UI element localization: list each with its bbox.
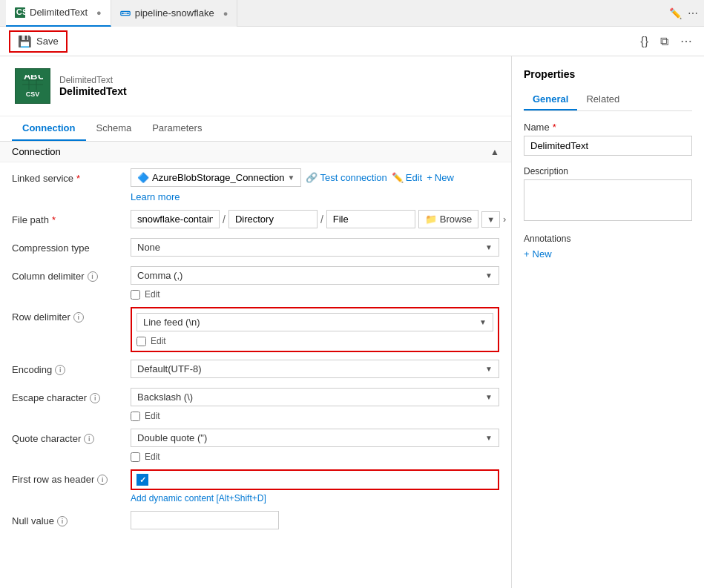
row-delimiter-highlight-box: Line feed (\n) ▼ Edit bbox=[131, 307, 499, 352]
escape-character-select[interactable]: Backslash (\) ▼ bbox=[131, 388, 499, 406]
dataset-header: A B C CSV DelimitedText DelimitedText bbox=[0, 56, 511, 116]
first-row-header-label: First row as header i bbox=[12, 469, 131, 485]
connection-toggle-label: Connection bbox=[12, 146, 61, 157]
new-linked-service-button[interactable]: + New bbox=[427, 172, 454, 183]
save-button[interactable]: 💾 Save bbox=[9, 30, 68, 53]
column-delimiter-label: Column delimiter i bbox=[12, 266, 131, 282]
quote-character-select[interactable]: Double quote (") ▼ bbox=[131, 429, 499, 447]
compression-type-controls: None ▼ bbox=[131, 238, 499, 257]
dynamic-content-link[interactable]: Add dynamic content [Alt+Shift+D] bbox=[131, 493, 499, 503]
encoding-value: Default(UTF-8) bbox=[137, 363, 202, 374]
row-delimiter-edit-row: Edit bbox=[136, 336, 493, 346]
form-body: Linked service * 🔷 AzureBlobStorage_Conn… bbox=[0, 162, 511, 551]
edit-linked-service-button[interactable]: ✏️ Edit bbox=[392, 172, 422, 183]
compression-type-label: Compression type bbox=[12, 238, 131, 254]
quote-character-controls: Double quote (") ▼ Edit bbox=[131, 429, 499, 462]
tab-connection[interactable]: Connection bbox=[12, 116, 86, 141]
escape-character-arrow: ▼ bbox=[485, 393, 493, 401]
escape-character-edit-row: Edit bbox=[131, 411, 499, 421]
dataset-name: DelimitedText bbox=[59, 85, 127, 97]
code-icon-button[interactable]: {} bbox=[637, 32, 651, 51]
null-value-input[interactable] bbox=[131, 511, 279, 529]
csv-icon: A B C CSV bbox=[15, 68, 50, 104]
svg-point-4 bbox=[127, 12, 129, 14]
props-tab-related[interactable]: Related bbox=[577, 89, 628, 110]
quote-character-info-icon: i bbox=[84, 434, 94, 444]
add-annotation-button[interactable]: + New bbox=[524, 248, 552, 260]
first-row-header-info-icon: i bbox=[97, 475, 108, 485]
csv-tab-icon: CSV bbox=[15, 7, 25, 18]
more-icon-button[interactable]: ⋯ bbox=[677, 31, 695, 51]
tab-pipeline[interactable]: pipeline-snowflake ● bbox=[111, 0, 238, 27]
tab-delimitedtext-label: DelimitedText bbox=[30, 7, 88, 18]
properties-title: Properties bbox=[524, 68, 692, 80]
copy-icon-button[interactable]: ⧉ bbox=[657, 32, 671, 51]
section-tabs: Connection Schema Parameters bbox=[0, 116, 511, 142]
test-connection-button[interactable]: 🔗 Test connection bbox=[306, 172, 386, 183]
null-value-info-icon: i bbox=[57, 516, 68, 526]
row-delimiter-edit-checkbox[interactable] bbox=[136, 337, 146, 346]
row-delimiter-controls: Line feed (\n) ▼ Edit bbox=[131, 307, 499, 352]
escape-character-edit-checkbox[interactable] bbox=[131, 412, 140, 421]
props-annotations-field: Annotations + New bbox=[524, 234, 692, 260]
toolbar-right: {} ⧉ ⋯ bbox=[637, 31, 695, 51]
file-path-label: File path * bbox=[12, 210, 131, 225]
browse-button[interactable]: 📁 Browse bbox=[418, 210, 478, 228]
column-delimiter-edit-checkbox[interactable] bbox=[131, 290, 140, 300]
linked-service-select[interactable]: 🔷 AzureBlobStorage_Connection ▼ bbox=[131, 168, 301, 187]
row-delimiter-edit-label: Edit bbox=[151, 336, 166, 346]
test-connection-icon: 🔗 bbox=[306, 172, 318, 183]
left-panel: A B C CSV DelimitedText DelimitedText Co… bbox=[0, 56, 511, 588]
null-value-controls bbox=[131, 511, 499, 529]
connection-chevron-icon: ▲ bbox=[490, 147, 499, 157]
svg-text:CSV: CSV bbox=[16, 7, 25, 16]
file-path-directory-input[interactable] bbox=[228, 210, 318, 228]
file-path-controls: / / 📁 Browse ▼ › bbox=[131, 210, 506, 228]
row-delimiter-select[interactable]: Line feed (\n) ▼ bbox=[136, 313, 493, 331]
right-panel: Properties General Related Name * Descri… bbox=[511, 56, 704, 588]
plus-annotation-icon: + bbox=[524, 248, 530, 260]
encoding-select[interactable]: Default(UTF-8) ▼ bbox=[131, 360, 499, 378]
edit-icon[interactable]: ✏️ bbox=[669, 7, 682, 19]
props-name-input[interactable] bbox=[524, 136, 692, 156]
column-delimiter-value: Comma (,) bbox=[137, 270, 182, 281]
tab-delimitedtext[interactable]: CSV DelimitedText ● bbox=[6, 0, 111, 27]
svg-point-3 bbox=[122, 12, 124, 14]
first-row-header-checkbox[interactable] bbox=[136, 474, 148, 486]
column-delimiter-row: Column delimiter i Comma (,) ▼ Edit bbox=[12, 266, 499, 300]
encoding-row: Encoding i Default(UTF-8) ▼ bbox=[12, 360, 499, 380]
column-delimiter-select[interactable]: Comma (,) ▼ bbox=[131, 266, 499, 285]
more-options-icon[interactable]: ⋯ bbox=[688, 7, 698, 19]
escape-character-edit-label: Edit bbox=[145, 411, 160, 421]
row-delimiter-label: Row delimiter i bbox=[12, 307, 131, 323]
save-icon: 💾 bbox=[18, 35, 32, 48]
escape-character-value: Backslash (\) bbox=[137, 392, 193, 403]
tab-parameters[interactable]: Parameters bbox=[142, 116, 212, 141]
browse-more-icon[interactable]: › bbox=[503, 214, 506, 225]
quote-character-edit-label: Edit bbox=[145, 452, 160, 462]
quote-character-edit-checkbox[interactable] bbox=[131, 452, 140, 462]
path-separator-1: / bbox=[223, 214, 226, 225]
connection-section-toggle[interactable]: Connection ▲ bbox=[0, 142, 511, 162]
tab-pipeline-close[interactable]: ● bbox=[223, 9, 228, 18]
escape-character-row: Escape character i Backslash (\) ▼ Edit bbox=[12, 388, 499, 421]
row-delimiter-info-icon: i bbox=[73, 312, 84, 323]
tab-delimitedtext-close[interactable]: ● bbox=[96, 8, 102, 17]
dataset-info: DelimitedText DelimitedText bbox=[59, 75, 127, 97]
save-label: Save bbox=[36, 36, 59, 47]
tab-schema[interactable]: Schema bbox=[86, 116, 142, 141]
learn-more-button[interactable]: Learn more bbox=[131, 191, 180, 202]
properties-tabs: General Related bbox=[524, 89, 692, 111]
linked-service-input-row: 🔷 AzureBlobStorage_Connection ▼ 🔗 Test c… bbox=[131, 168, 499, 202]
props-description-textarea[interactable] bbox=[524, 179, 692, 221]
browse-dropdown-button[interactable]: ▼ bbox=[481, 211, 500, 228]
csv-table-icon: A B C bbox=[22, 75, 43, 90]
column-delimiter-edit-row: Edit bbox=[131, 289, 499, 300]
compression-type-select[interactable]: None ▼ bbox=[131, 238, 499, 257]
props-tab-general[interactable]: General bbox=[524, 89, 577, 110]
tab-bar-left: CSV DelimitedText ● pipeline-snowflake ● bbox=[6, 0, 237, 27]
file-path-file-input[interactable] bbox=[326, 210, 415, 228]
file-path-container-input[interactable] bbox=[131, 210, 220, 228]
row-delimiter-arrow: ▼ bbox=[479, 318, 487, 326]
encoding-info-icon: i bbox=[55, 365, 65, 375]
